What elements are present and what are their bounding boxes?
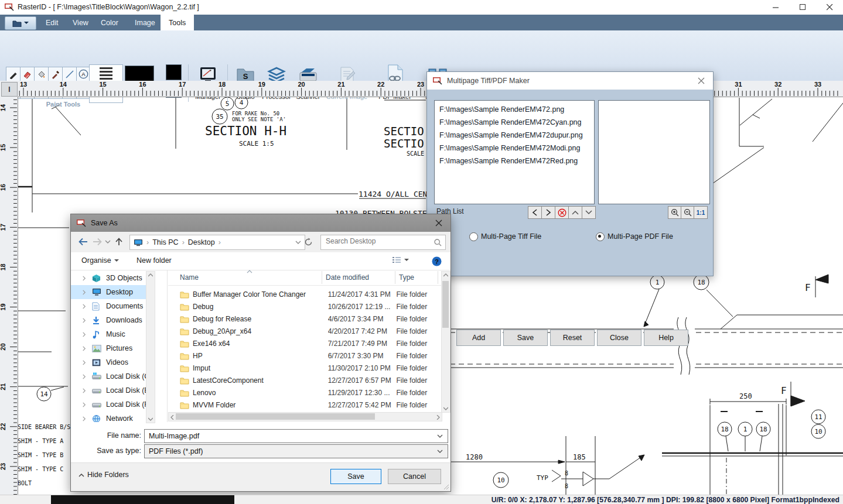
multipage-dialog-titlebar[interactable]: Multipage Tiff/PDF Maker bbox=[427, 72, 713, 90]
line-tool-button[interactable] bbox=[62, 67, 77, 81]
back-icon[interactable] bbox=[78, 237, 88, 246]
column-date-modified[interactable]: Date modified bbox=[326, 273, 369, 282]
eyedropper-tool-button[interactable] bbox=[48, 67, 63, 81]
table-row[interactable]: Debug 10/26/2017 12:19 ... File folder bbox=[168, 300, 441, 313]
help-button[interactable]: Help bbox=[644, 330, 688, 346]
tab-edit[interactable]: Edit bbox=[37, 15, 67, 30]
multipage-tiff-radio-label[interactable]: Multi-Page Tiff File bbox=[481, 232, 541, 241]
table-row[interactable]: Imput 11/30/2017 2:10 PM File folder bbox=[168, 362, 441, 374]
table-row[interactable]: Exe146 x64 7/21/2017 7:49 PM File folder bbox=[168, 337, 441, 349]
refresh-icon[interactable] bbox=[304, 238, 313, 246]
sidebar-item-videos[interactable]: Videos bbox=[71, 355, 154, 369]
chevron-down-icon[interactable] bbox=[437, 434, 443, 438]
table-row[interactable]: LatestCoreComponent 12/27/2017 6:57 PM F… bbox=[168, 374, 441, 386]
sidebar-item-documents[interactable]: Documents bbox=[71, 299, 154, 313]
fill-bucket-tool-button[interactable] bbox=[34, 67, 49, 81]
path-list-item[interactable]: F:\Images\Sample RenderEM\472dupur.png bbox=[435, 129, 594, 142]
breadcrumb-dropdown-icon[interactable] bbox=[295, 241, 301, 245]
recent-locations-icon[interactable] bbox=[105, 240, 111, 244]
pencil-tool-button[interactable] bbox=[6, 67, 21, 81]
zoom-in-button[interactable] bbox=[668, 206, 682, 219]
sidebar-item-music[interactable]: Music bbox=[71, 327, 154, 341]
save-button[interactable]: Save bbox=[330, 469, 381, 484]
file-list-scrollbar[interactable] bbox=[441, 271, 450, 413]
table-row[interactable]: Buffer Manager Color Tone Changer 11/24/… bbox=[168, 288, 441, 300]
search-box[interactable] bbox=[320, 235, 446, 250]
save-as-titlebar[interactable]: Save As bbox=[71, 214, 450, 232]
tab-image[interactable]: Image bbox=[127, 15, 163, 30]
path-list-item[interactable]: F:\Images\Sample RenderEM\472Modi.png bbox=[435, 142, 594, 155]
path-list-box[interactable]: F:\Images\Sample RenderEM\472.pngF:\Imag… bbox=[434, 100, 595, 204]
minimize-button[interactable] bbox=[762, 0, 789, 15]
tab-tools[interactable]: Tools bbox=[161, 15, 194, 30]
close-button[interactable] bbox=[816, 0, 843, 15]
table-row[interactable]: MVVM Folder 12/27/2017 5:42 PM File fold… bbox=[168, 399, 441, 411]
zoom-1to1-button[interactable]: 1:1 bbox=[694, 206, 708, 219]
chevron-right-icon[interactable] bbox=[81, 346, 87, 351]
foreground-color-swatch[interactable] bbox=[166, 64, 182, 80]
chevron-right-icon[interactable] bbox=[81, 388, 87, 393]
horizontal-scrollbar[interactable] bbox=[168, 412, 442, 421]
sidebar-item-local-disk-f-[interactable]: Local Disk (F:) bbox=[71, 397, 154, 412]
multipage-tiff-radio[interactable] bbox=[469, 232, 478, 241]
ruler-origin-button[interactable]: I bbox=[1, 82, 18, 97]
save-button[interactable]: Save bbox=[503, 330, 548, 346]
sidebar-item-desktop[interactable]: Desktop bbox=[71, 285, 154, 299]
sidebar-scrollbar[interactable] bbox=[146, 271, 155, 423]
chevron-right-icon[interactable] bbox=[81, 290, 87, 295]
maximize-button[interactable] bbox=[789, 0, 816, 15]
column-name[interactable]: Name bbox=[180, 273, 199, 282]
chevron-right-icon[interactable] bbox=[81, 374, 87, 379]
chevron-right-icon[interactable] bbox=[81, 360, 87, 365]
path-list-item[interactable]: F:\Images\Sample RenderEM\472.png bbox=[435, 103, 594, 116]
close-icon[interactable] bbox=[435, 220, 442, 227]
reset-button[interactable]: Reset bbox=[550, 330, 595, 346]
tab-view[interactable]: View bbox=[64, 15, 97, 30]
add-button[interactable]: Add bbox=[456, 330, 501, 346]
path-list-item[interactable]: F:\Images\Sample RenderEM\472Cyan.png bbox=[435, 116, 594, 129]
resize-grip[interactable] bbox=[443, 484, 449, 490]
hide-folders-button[interactable]: Hide Folders bbox=[79, 471, 129, 479]
preview-list-box[interactable] bbox=[598, 100, 710, 204]
tab-color[interactable]: Color bbox=[93, 15, 127, 30]
eraser-tool-button[interactable] bbox=[20, 67, 35, 81]
file-name-input[interactable]: Multi-Image.pdf bbox=[144, 429, 448, 443]
chevron-right-icon[interactable] bbox=[81, 276, 87, 281]
breadcrumb[interactable]: › This PC › Desktop › bbox=[129, 235, 305, 250]
column-type[interactable]: Type bbox=[399, 273, 414, 282]
chevron-right-icon[interactable] bbox=[81, 318, 87, 323]
multipage-pdf-radio[interactable] bbox=[596, 232, 605, 241]
move-left-button[interactable] bbox=[528, 206, 542, 219]
chevron-right-icon[interactable] bbox=[81, 332, 87, 337]
chevron-right-icon[interactable] bbox=[81, 416, 87, 421]
up-icon[interactable] bbox=[114, 237, 124, 246]
sidebar-item-pictures[interactable]: Pictures bbox=[71, 341, 154, 355]
sidebar-item-network[interactable]: Network bbox=[71, 412, 154, 422]
table-row[interactable]: HP 6/7/2017 3:30 PM File folder bbox=[168, 349, 441, 362]
sidebar-item-local-disk-e-[interactable]: Local Disk (E:) bbox=[71, 383, 154, 397]
close-dialog-button[interactable]: Close bbox=[597, 330, 641, 346]
cancel-button[interactable]: Cancel bbox=[388, 469, 441, 484]
forward-icon[interactable] bbox=[92, 237, 103, 246]
move-down-button[interactable] bbox=[582, 206, 596, 219]
new-folder-button[interactable]: New folder bbox=[136, 256, 172, 265]
breadcrumb-this-pc[interactable]: This PC bbox=[152, 238, 178, 246]
organise-menu[interactable]: Organise bbox=[81, 256, 119, 265]
table-row[interactable]: Debug for Release 4/6/2017 3:34 PM File … bbox=[168, 313, 441, 325]
sidebar-item-local-disk-c-[interactable]: Local Disk (C:) bbox=[71, 369, 154, 383]
file-menu-button[interactable] bbox=[5, 16, 36, 30]
chevron-right-icon[interactable] bbox=[81, 402, 87, 407]
chevron-right-icon[interactable] bbox=[81, 304, 87, 309]
remove-item-button[interactable] bbox=[555, 206, 569, 219]
table-row[interactable]: Lenovo 11/29/2017 12:30 ... File folder bbox=[168, 386, 441, 399]
multipage-pdf-radio-label[interactable]: Multi-Page PDF File bbox=[607, 232, 673, 241]
search-input[interactable] bbox=[325, 236, 429, 246]
close-icon[interactable] bbox=[698, 77, 705, 84]
save-as-type-select[interactable]: PDF Files (*.pdf) bbox=[144, 444, 448, 458]
sidebar-item-3d-objects[interactable]: 3D Objects bbox=[71, 271, 154, 285]
view-mode-button[interactable] bbox=[392, 256, 409, 264]
breadcrumb-desktop[interactable]: Desktop bbox=[188, 238, 215, 246]
sidebar-item-downloads[interactable]: Downloads bbox=[71, 313, 154, 327]
chevron-down-icon[interactable] bbox=[437, 450, 443, 454]
move-right-button[interactable] bbox=[541, 206, 555, 219]
